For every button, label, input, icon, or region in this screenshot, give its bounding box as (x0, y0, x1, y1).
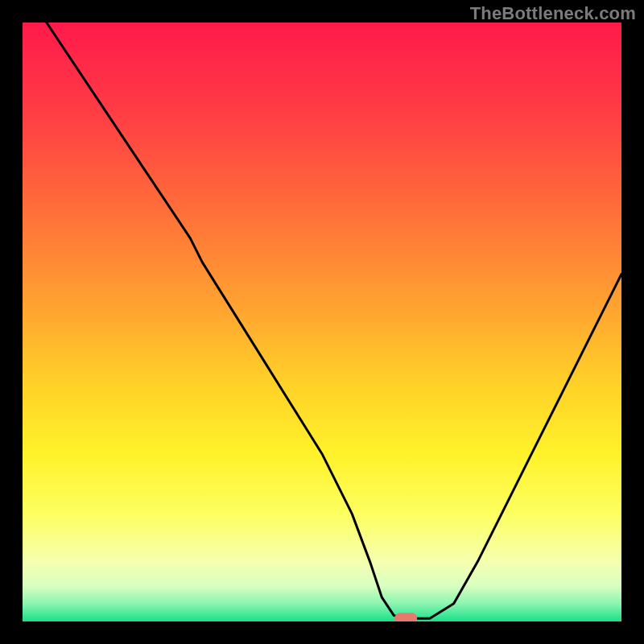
gradient-background (23, 23, 621, 621)
chart-frame: TheBottleneck.com (0, 0, 644, 644)
watermark-label: TheBottleneck.com (470, 3, 636, 24)
optimal-marker (394, 613, 417, 621)
bottleneck-chart (23, 23, 621, 621)
